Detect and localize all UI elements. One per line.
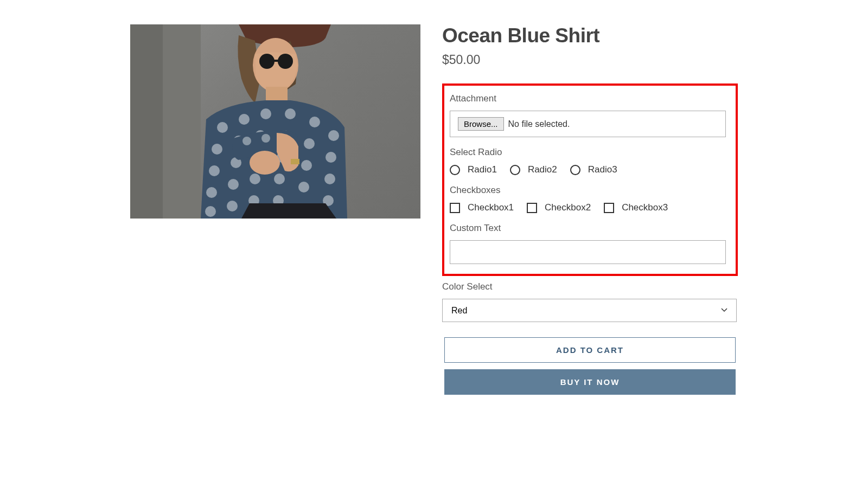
svg-point-13 — [212, 144, 222, 155]
checkbox-group-label: Checkboxes — [450, 185, 726, 196]
svg-point-29 — [298, 182, 309, 192]
color-select[interactable]: Red — [442, 299, 737, 322]
checkbox-option-2[interactable] — [527, 203, 537, 213]
svg-point-32 — [227, 201, 238, 211]
svg-point-36 — [242, 137, 251, 145]
svg-point-12 — [328, 130, 339, 141]
svg-point-19 — [209, 165, 220, 176]
svg-point-11 — [309, 117, 320, 127]
checkbox-option-3-label: Checkbox3 — [622, 202, 668, 213]
product-title: Ocean Blue Shirt — [442, 24, 738, 47]
svg-point-23 — [301, 160, 312, 171]
radio-option-3[interactable] — [570, 165, 580, 175]
file-status-text: No file selected. — [508, 119, 570, 129]
svg-point-27 — [250, 174, 260, 184]
product-image — [130, 24, 420, 219]
radio-group-label: Select Radio — [450, 147, 726, 158]
svg-point-9 — [260, 108, 271, 119]
highlighted-options-box: Attachment Browse... No file selected. S… — [442, 84, 738, 276]
file-input-container: Browse... No file selected. — [450, 111, 726, 137]
radio-option-1[interactable] — [450, 165, 460, 175]
svg-point-25 — [206, 187, 217, 198]
svg-point-26 — [228, 179, 239, 190]
radio-option-2-label: Radio2 — [528, 164, 557, 175]
buy-now-button[interactable]: BUY IT NOW — [444, 369, 736, 395]
checkbox-option-1[interactable] — [450, 203, 460, 213]
svg-point-18 — [326, 152, 336, 163]
svg-point-7 — [217, 122, 228, 133]
checkbox-option-3[interactable] — [604, 203, 614, 213]
custom-text-label: Custom Text — [450, 223, 726, 234]
svg-point-28 — [274, 174, 285, 184]
radio-option-3-label: Radio3 — [588, 164, 617, 175]
svg-rect-5 — [273, 60, 279, 62]
svg-point-10 — [285, 108, 296, 119]
svg-point-31 — [205, 206, 216, 217]
attachment-label: Attachment — [450, 93, 726, 104]
browse-button[interactable]: Browse... — [458, 117, 504, 131]
svg-point-39 — [250, 151, 280, 175]
svg-rect-1 — [130, 24, 163, 219]
svg-point-3 — [259, 54, 275, 69]
radio-option-1-label: Radio1 — [468, 164, 497, 175]
svg-point-17 — [304, 138, 315, 149]
checkbox-option-2-label: Checkbox2 — [545, 202, 591, 213]
svg-point-8 — [239, 114, 250, 125]
color-select-label: Color Select — [442, 281, 737, 292]
product-price: $50.00 — [442, 53, 738, 67]
svg-rect-40 — [291, 159, 299, 164]
radio-option-2[interactable] — [510, 165, 520, 175]
checkbox-option-1-label: Checkbox1 — [468, 202, 514, 213]
add-to-cart-button[interactable]: ADD TO CART — [444, 337, 736, 363]
svg-point-24 — [324, 174, 335, 184]
svg-point-4 — [278, 54, 293, 69]
custom-text-input[interactable] — [450, 240, 726, 264]
svg-point-37 — [261, 134, 270, 143]
